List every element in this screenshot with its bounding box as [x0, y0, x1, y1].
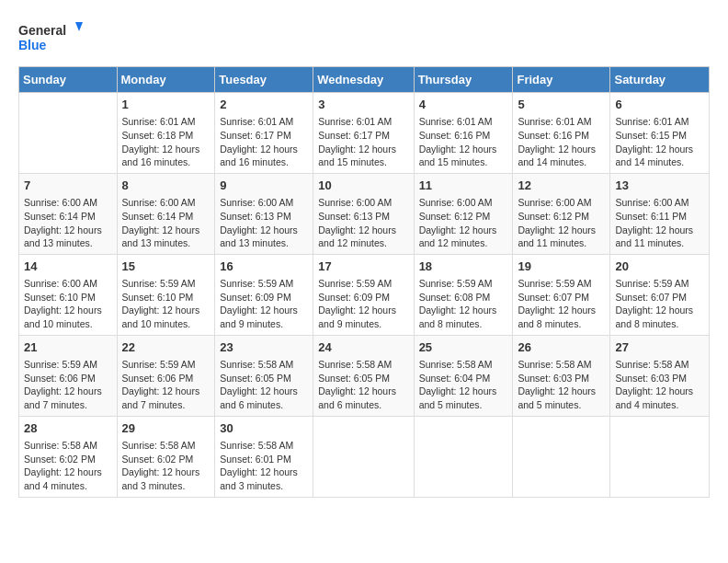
calendar-day-cell: 1Sunrise: 6:01 AMSunset: 6:18 PMDaylight…	[117, 93, 215, 174]
calendar-day-cell: 7Sunrise: 6:00 AMSunset: 6:14 PMDaylight…	[19, 173, 118, 254]
day-info: Sunrise: 6:01 AM	[419, 115, 508, 129]
day-info: Sunrise: 5:58 AM	[615, 358, 704, 372]
day-info: and 5 minutes.	[518, 398, 605, 412]
day-info: Sunrise: 5:59 AM	[518, 277, 605, 291]
day-info: Daylight: 12 hours	[518, 143, 605, 156]
day-info: Sunset: 6:02 PM	[24, 453, 112, 466]
day-info: Daylight: 12 hours	[24, 304, 112, 317]
day-info: and 13 minutes.	[220, 236, 308, 250]
day-info: Sunrise: 6:01 AM	[220, 115, 308, 129]
calendar-day-cell: 26Sunrise: 5:58 AMSunset: 6:03 PMDayligh…	[513, 335, 610, 416]
day-info: Daylight: 12 hours	[419, 304, 508, 317]
calendar-day-cell: 4Sunrise: 6:01 AMSunset: 6:16 PMDaylight…	[414, 93, 513, 174]
calendar-day-cell	[313, 416, 414, 497]
calendar-day-cell: 9Sunrise: 6:00 AMSunset: 6:13 PMDaylight…	[215, 173, 313, 254]
day-info: Sunset: 6:03 PM	[518, 372, 605, 385]
day-info: and 4 minutes.	[24, 479, 112, 493]
calendar-header-cell: Thursday	[414, 67, 513, 93]
day-info: and 13 minutes.	[122, 236, 210, 250]
day-number: 5	[518, 97, 605, 113]
calendar-day-cell: 25Sunrise: 5:58 AMSunset: 6:04 PMDayligh…	[414, 335, 513, 416]
day-info: Sunrise: 5:58 AM	[220, 358, 308, 372]
day-info: Daylight: 12 hours	[122, 143, 210, 156]
calendar-header-cell: Sunday	[19, 67, 118, 93]
day-info: Sunset: 6:17 PM	[318, 129, 408, 143]
day-info: and 4 minutes.	[615, 398, 704, 412]
day-info: Sunset: 6:10 PM	[24, 291, 112, 304]
day-info: and 12 minutes.	[318, 236, 408, 250]
day-info: Sunrise: 5:58 AM	[220, 439, 308, 453]
day-info: Daylight: 12 hours	[615, 224, 704, 237]
day-info: Daylight: 12 hours	[318, 224, 408, 237]
day-info: Sunrise: 5:59 AM	[318, 277, 408, 291]
calendar-day-cell: 17Sunrise: 5:59 AMSunset: 6:09 PMDayligh…	[313, 254, 414, 335]
day-info: Daylight: 12 hours	[220, 224, 308, 237]
calendar-table: SundayMondayTuesdayWednesdayThursdayFrid…	[18, 66, 710, 498]
calendar-day-cell	[610, 416, 710, 497]
day-info: Sunset: 6:15 PM	[615, 129, 704, 143]
day-info: Daylight: 12 hours	[419, 143, 508, 156]
day-info: Sunset: 6:12 PM	[419, 210, 508, 224]
day-number: 13	[615, 178, 704, 194]
calendar-day-cell: 24Sunrise: 5:58 AMSunset: 6:05 PMDayligh…	[313, 335, 414, 416]
day-info: and 9 minutes.	[220, 317, 308, 331]
day-number: 30	[220, 420, 308, 437]
day-info: Sunset: 6:09 PM	[220, 291, 308, 304]
day-info: Daylight: 12 hours	[615, 304, 704, 317]
calendar-day-cell: 2Sunrise: 6:01 AMSunset: 6:17 PMDaylight…	[215, 93, 313, 174]
day-info: and 12 minutes.	[419, 236, 508, 250]
day-info: Daylight: 12 hours	[122, 465, 210, 479]
day-number: 16	[220, 259, 308, 275]
calendar-week-row: 14Sunrise: 6:00 AMSunset: 6:10 PMDayligh…	[19, 254, 710, 335]
day-info: Sunset: 6:07 PM	[518, 291, 605, 304]
day-info: and 14 minutes.	[518, 155, 605, 169]
day-info: Sunset: 6:02 PM	[122, 453, 210, 466]
day-info: Sunrise: 6:01 AM	[615, 115, 704, 129]
calendar-day-cell: 20Sunrise: 5:59 AMSunset: 6:07 PMDayligh…	[610, 254, 710, 335]
day-number: 12	[518, 178, 605, 194]
day-number: 6	[615, 97, 704, 113]
day-info: Sunrise: 5:59 AM	[122, 358, 210, 372]
day-info: Daylight: 12 hours	[220, 304, 308, 317]
svg-text:Blue: Blue	[18, 38, 47, 52]
day-info: and 5 minutes.	[419, 398, 508, 412]
day-info: Sunrise: 6:00 AM	[419, 196, 508, 210]
day-info: Sunrise: 5:59 AM	[419, 277, 508, 291]
day-number: 29	[122, 420, 210, 437]
calendar-header-row: SundayMondayTuesdayWednesdayThursdayFrid…	[19, 67, 710, 93]
day-info: and 8 minutes.	[419, 317, 508, 331]
calendar-day-cell	[414, 416, 513, 497]
day-info: Sunset: 6:06 PM	[122, 372, 210, 385]
day-number: 24	[318, 339, 408, 356]
day-info: Sunrise: 5:59 AM	[615, 277, 704, 291]
calendar-day-cell: 29Sunrise: 5:58 AMSunset: 6:02 PMDayligh…	[117, 416, 215, 497]
day-info: and 8 minutes.	[518, 317, 605, 331]
day-info: Daylight: 12 hours	[518, 224, 605, 237]
calendar-day-cell: 21Sunrise: 5:59 AMSunset: 6:06 PMDayligh…	[19, 335, 118, 416]
day-number: 19	[518, 259, 605, 275]
day-info: Sunset: 6:04 PM	[419, 372, 508, 385]
calendar-day-cell: 8Sunrise: 6:00 AMSunset: 6:14 PMDaylight…	[117, 173, 215, 254]
day-info: Sunset: 6:09 PM	[318, 291, 408, 304]
day-info: Sunset: 6:17 PM	[220, 129, 308, 143]
day-info: Daylight: 12 hours	[24, 465, 112, 479]
day-info: Sunset: 6:07 PM	[615, 291, 704, 304]
day-number: 18	[419, 259, 508, 275]
day-info: Sunrise: 5:58 AM	[122, 439, 210, 453]
day-number: 23	[220, 339, 308, 356]
calendar-week-row: 1Sunrise: 6:01 AMSunset: 6:18 PMDaylight…	[19, 93, 710, 174]
calendar-week-row: 28Sunrise: 5:58 AMSunset: 6:02 PMDayligh…	[19, 416, 710, 497]
page-header: General Blue	[18, 18, 710, 57]
day-info: Daylight: 12 hours	[220, 385, 308, 398]
day-number: 9	[220, 178, 308, 194]
day-info: Sunrise: 6:00 AM	[24, 277, 112, 291]
day-info: Daylight: 12 hours	[318, 143, 408, 156]
day-number: 3	[318, 97, 408, 113]
day-info: Sunrise: 6:00 AM	[518, 196, 605, 210]
calendar-day-cell: 15Sunrise: 5:59 AMSunset: 6:10 PMDayligh…	[117, 254, 215, 335]
day-number: 20	[615, 259, 704, 275]
calendar-week-row: 21Sunrise: 5:59 AMSunset: 6:06 PMDayligh…	[19, 335, 710, 416]
calendar-day-cell: 18Sunrise: 5:59 AMSunset: 6:08 PMDayligh…	[414, 254, 513, 335]
calendar-day-cell: 16Sunrise: 5:59 AMSunset: 6:09 PMDayligh…	[215, 254, 313, 335]
day-number: 28	[24, 420, 112, 437]
